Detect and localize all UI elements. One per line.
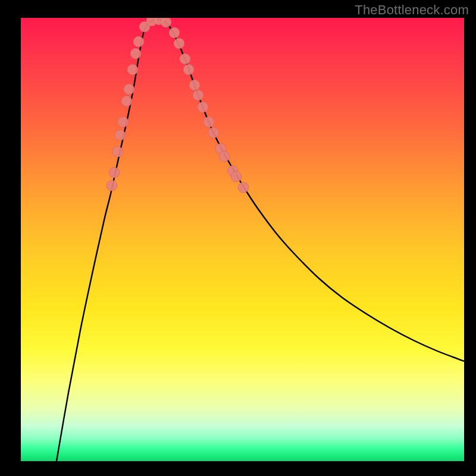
curve-dot — [121, 96, 132, 107]
curve-dot — [219, 151, 230, 162]
curve-dot — [124, 84, 134, 95]
curve-dot — [169, 27, 180, 38]
curve-dot — [161, 18, 171, 27]
curve-dot — [198, 102, 208, 112]
curve-dot — [112, 146, 123, 157]
curve-dot — [183, 64, 194, 75]
bottleneck-curve — [57, 20, 464, 461]
curve-dot — [189, 80, 200, 90]
curve-dot — [133, 36, 144, 47]
curve-dot — [174, 38, 184, 49]
curve-dot — [130, 48, 141, 59]
curve-dot — [208, 127, 219, 138]
curve-dot — [193, 90, 203, 101]
curve-dot — [115, 130, 126, 140]
watermark-text: TheBottleneck.com — [355, 2, 469, 18]
curve-dot — [118, 117, 129, 127]
curve-dot — [238, 182, 249, 193]
chart-plot-area — [21, 18, 464, 461]
curve-dot — [109, 167, 120, 178]
bottleneck-curve-svg — [21, 18, 464, 461]
chart-frame: TheBottleneck.com — [0, 0, 476, 476]
curve-dot — [203, 117, 214, 127]
curve-dot — [107, 180, 117, 191]
curve-dot — [231, 171, 242, 182]
curve-marker-dots — [107, 18, 249, 193]
curve-dot — [180, 54, 190, 64]
curve-dot — [127, 64, 138, 75]
